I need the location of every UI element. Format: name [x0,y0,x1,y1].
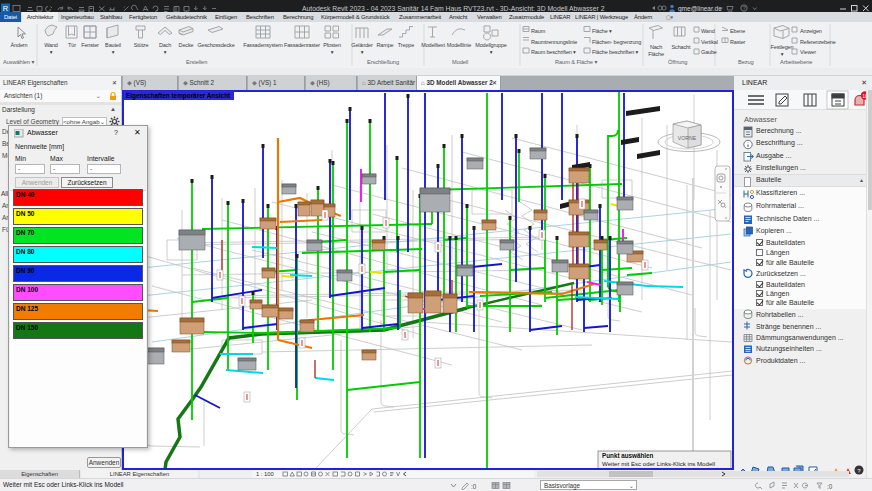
svg-text:Referenzebene: Referenzebene [800,39,836,45]
svg-text:Rampe: Rampe [377,42,394,48]
svg-text:Modell: Modell [452,59,468,65]
svg-text:Modelltext: Modelltext [421,42,445,48]
svg-text:Erschließung: Erschließung [367,59,399,65]
svg-text:Raum: Raum [531,28,546,34]
svg-text:Raum beschriften ▾: Raum beschriften ▾ [531,49,576,55]
svg-text:Bauteil: Bauteil [105,42,121,48]
svg-text:Decke: Decke [179,42,194,48]
svg-text:Fassadensystem: Fassadensystem [243,42,283,48]
svg-text:Weiter mit Esc oder Links-Klic: Weiter mit Esc oder Links-Klick ins Mode… [602,460,715,467]
svg-text:Flächen- begrenzung: Flächen- begrenzung [592,39,641,45]
svg-text:Tür: Tür [68,42,76,48]
svg-text:Auswählen ▾: Auswählen ▾ [3,59,34,65]
svg-text:Festlegen: Festlegen [771,44,794,50]
svg-text:Gaube: Gaube [701,49,717,55]
svg-text:Geländer: Geländer [351,42,373,48]
svg-text:Fläche: Fläche [648,51,664,57]
svg-text:Wand: Wand [701,28,715,34]
svg-text:Dach: Dach [159,42,171,48]
svg-text:VORNE: VORNE [678,135,697,141]
svg-text:Raum & Fläche ▾: Raum & Fläche ▾ [555,59,597,65]
svg-text:Schacht: Schacht [672,44,691,50]
svg-text:Pfosten: Pfosten [323,42,341,48]
svg-text:Punkt auswählen: Punkt auswählen [602,452,654,459]
svg-text:Fenster: Fenster [81,42,99,48]
svg-text:Wand: Wand [44,42,58,48]
svg-text:Autodesk Revit 2023 - 04 2023: Autodesk Revit 2023 - 04 2023 Sanitär 14… [302,5,605,12]
svg-text:Stütze: Stütze [134,42,149,48]
svg-text:▾: ▾ [331,49,334,55]
svg-text:Öffnung: Öffnung [668,59,687,65]
svg-text:Fläche ▾: Fläche ▾ [592,28,612,34]
svg-text:Treppe: Treppe [398,42,414,48]
svg-text:Vertikal: Vertikal [701,39,718,45]
svg-text:Modellgruppe: Modellgruppe [475,42,507,48]
svg-text:Arbeitsebene: Arbeitsebene [780,59,812,65]
svg-text:▾: ▾ [361,49,364,55]
svg-text:Anzeigen: Anzeigen [800,28,822,34]
svg-text:Geschossdecke: Geschossdecke [197,42,234,48]
svg-text:▾: ▾ [164,49,167,55]
svg-text:▾: ▾ [490,49,493,55]
svg-text:Raumtrennungslinie: Raumtrennungslinie [531,39,577,45]
svg-text:▾: ▾ [112,49,115,55]
svg-text:Nach: Nach [650,44,662,50]
svg-text:Modelllinie: Modelllinie [447,42,471,48]
svg-text:Fläche beschriften ▾: Fläche beschriften ▾ [592,49,639,55]
svg-text:Bezug: Bezug [738,59,754,65]
svg-text:Viewer: Viewer [800,49,816,55]
svg-text:Ebene: Ebene [730,28,745,34]
svg-text::0: :0 [827,483,833,490]
svg-text:Fassadenraster: Fassadenraster [284,42,320,48]
svg-text::0: :0 [471,483,477,490]
svg-text:▾: ▾ [50,49,53,55]
svg-text:Ändern: Ändern [11,42,28,48]
svg-text:Eigenschaften temporärer Ansic: Eigenschaften temporärer Ansicht [126,92,231,100]
svg-text:Raster: Raster [730,39,746,45]
svg-text:▾: ▾ [781,51,784,57]
svg-text:Erstellen: Erstellen [186,59,207,65]
